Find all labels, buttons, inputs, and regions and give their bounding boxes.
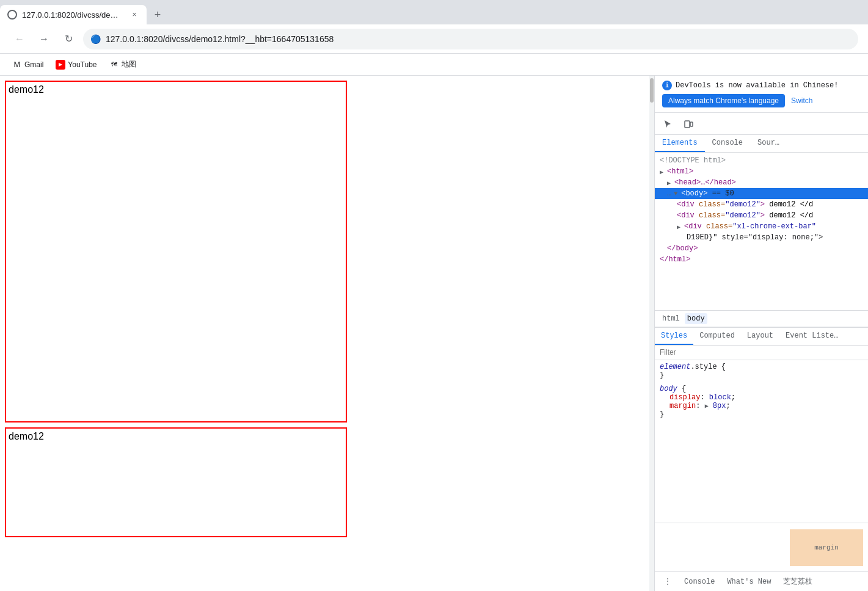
bookmark-youtube[interactable]: YouTube [51,57,101,72]
notif-text: DevTools is now available in Chinese! [676,81,861,90]
html-line-body-close[interactable]: </body> [655,243,868,254]
address-bar-input-wrap[interactable]: 🔵 [83,29,858,49]
address-bar: ← → ↻ 🔵 [0,24,868,54]
breadcrumb-html[interactable]: html [660,313,682,324]
tab-console[interactable]: Console [705,135,750,152]
html-line-div3[interactable]: ▶ <div class="xl-chrome-ext-bar" [655,221,868,232]
scrollbar-thumb [650,78,654,103]
html-line-body[interactable]: … ▼ <body> == $0 [655,188,868,199]
triangle-icon: ▶ [667,179,673,186]
html-line-head[interactable]: ▶ <head>…</head> [655,177,868,188]
match-language-button[interactable]: Always match Chrome's language [662,94,785,107]
html-line-html-close[interactable]: </html> [655,254,868,265]
tab-title: 127.0.0.1:8020/divcss/demo12 [22,10,125,20]
new-tab-button[interactable]: + [149,6,166,23]
tab-bar: 127.0.0.1:8020/divcss/demo12 × + [0,0,868,24]
gmail-icon: M [12,60,22,70]
body-rule-close: } [660,410,863,419]
styles-tab-computed[interactable]: Computed [693,328,741,345]
devtools-breadcrumb: html body [655,310,868,327]
svg-rect-1 [690,122,693,126]
notif-buttons: Always match Chrome's language Switch [662,94,861,107]
notif-row: i DevTools is now available in Chinese! [662,81,861,90]
tab-sources[interactable]: Sour… [750,135,787,152]
element-style-selector: element.style { [660,363,863,371]
cursor-tool-btn[interactable] [660,116,676,132]
devtools-notification: i DevTools is now available in Chinese! … [655,76,868,113]
browser-chrome: 127.0.0.1:8020/divcss/demo12 × + ← → ↻ 🔵… [0,0,868,76]
bookmark-gmail[interactable]: M Gmail [7,57,48,72]
webpage: demo12 demo12 [0,76,649,591]
forward-button[interactable]: → [34,29,54,49]
devtools-bottom-bar: ⋮ Console What's New 芝芝荔枝 [655,571,868,591]
html-line-div3-text[interactable]: D19ED}" style="display: none;"> [655,232,868,243]
margin-triangle[interactable]: ▶ [705,403,709,410]
styles-panel: Styles Computed Layout Event Liste… elem… [655,327,868,523]
youtube-icon [56,60,65,70]
triangle-icon: ▶ [660,169,666,175]
html-line-div2[interactable]: <div class="demo12"> demo12 </d [655,210,868,221]
device-tool-btn[interactable] [680,116,696,132]
content-area: demo12 demo12 i DevTools is now availabl… [0,76,868,591]
element-style-close: } [660,371,863,380]
body-margin-prop: margin: ▶ 8px; [660,402,863,410]
styles-content: element.style { } body { display: block;… [655,360,868,523]
tab-close-btn[interactable]: × [129,10,139,20]
reload-button[interactable]: ↻ [59,29,78,49]
bookmarks-bar: M Gmail YouTube 🗺 地图 [0,54,868,76]
bookmark-gmail-label: Gmail [24,60,43,69]
styles-tabs: Styles Computed Layout Event Liste… [655,328,868,346]
browser-tab[interactable]: 127.0.0.1:8020/divcss/demo12 × [0,5,147,24]
info-icon: i [662,81,672,90]
triangle-open-icon: ▼ [674,190,680,197]
box-model-area: margin [655,523,868,571]
bottom-tab-extra[interactable]: 芝芝荔枝 [779,575,816,588]
secure-icon: 🔵 [90,34,101,44]
devtools-panel: i DevTools is now available in Chinese! … [654,76,868,591]
margin-label: margin [814,544,839,551]
address-input[interactable] [106,34,851,44]
bottom-tab-console[interactable]: Console [680,576,718,587]
demo-box-2-text: demo12 [9,431,44,441]
demo-box-1: demo12 [5,81,347,422]
filter-bar [655,346,868,360]
styles-tab-layout[interactable]: Layout [741,328,779,345]
breadcrumb-body[interactable]: body [685,313,707,324]
margin-box: margin [790,529,863,566]
more-options-btn[interactable]: ⋮ [660,574,676,590]
tab-favicon [7,10,17,20]
switch-button[interactable]: Switch [787,94,816,107]
element-style-rule: element.style { } [660,363,863,380]
html-line-doctype[interactable]: <!DOCTYPE html> [655,155,868,166]
styles-tab-event[interactable]: Event Liste… [779,328,844,345]
html-line-html-open[interactable]: ▶ <html> [655,166,868,177]
bookmark-youtube-label: YouTube [68,60,97,69]
bottom-tab-whatsnew[interactable]: What's New [723,576,775,587]
demo-box-1-text: demo12 [9,84,44,95]
back-button[interactable]: ← [10,29,29,49]
triangle-icon: ▶ [677,223,683,230]
body-display-prop: display: block; [660,393,863,402]
devtools-scrollbar[interactable] [649,76,654,591]
body-rule: body { display: block; margin: ▶ 8px; } [660,385,863,419]
body-selector: body { [660,385,863,393]
maps-icon: 🗺 [109,60,119,70]
demo-box-2: demo12 [5,427,347,537]
html-line-div1[interactable]: <div class="demo12"> demo12 </d [655,199,868,210]
tab-elements[interactable]: Elements [655,135,705,152]
styles-tab-styles[interactable]: Styles [655,328,693,345]
devtools-toolbar [655,113,868,135]
svg-rect-0 [685,121,690,128]
html-tree: <!DOCTYPE html> ▶ <html> ▶ <head>…</head… [655,153,868,310]
filter-input[interactable] [660,348,863,357]
devtools-tabs: Elements Console Sour… [655,135,868,153]
bookmark-maps-label: 地图 [122,59,136,70]
bookmark-maps[interactable]: 🗺 地图 [104,57,141,72]
